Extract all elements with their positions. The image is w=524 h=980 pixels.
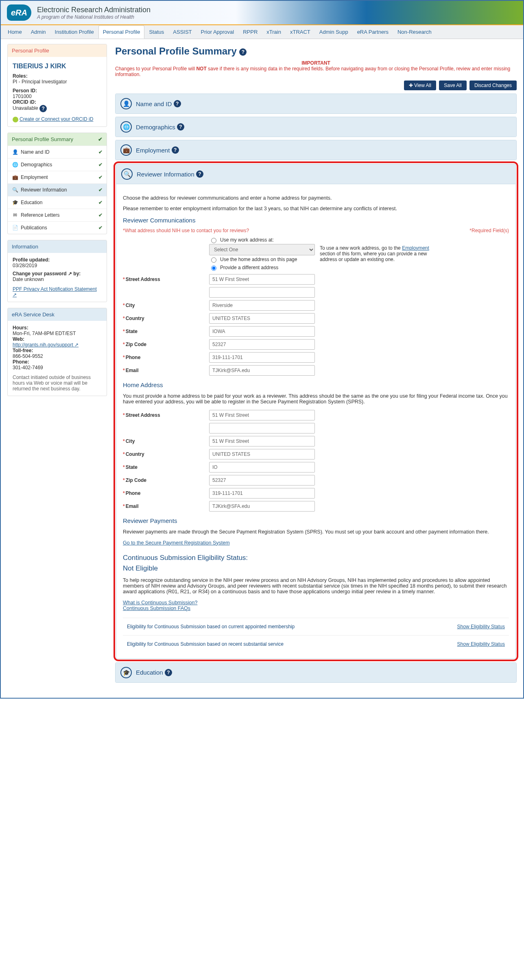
graduation-icon: 🎓	[12, 200, 18, 205]
nav-rppr[interactable]: RPPR	[238, 25, 262, 39]
change-password-value: Date unknown	[13, 277, 102, 282]
comm-question: *What address should NIH use to contact …	[123, 228, 509, 233]
accordion-name-id[interactable]: 👤Name and ID ?	[116, 94, 516, 113]
globe-icon: 🌐	[120, 121, 132, 133]
radio-different-address[interactable]: Provide a different address	[209, 264, 315, 272]
cs-what-link[interactable]: What is Continuous Submission?	[123, 600, 197, 605]
cs-title: Continuous Submission Eligibility Status…	[123, 554, 509, 562]
home-address-intro: You must provide a home address to be pa…	[123, 393, 509, 405]
reviewer-comm-title: Reviewer Communications	[123, 217, 509, 224]
nav-institution-profile[interactable]: Institution Profile	[50, 25, 98, 39]
comm-email-input[interactable]	[209, 365, 315, 376]
magnifier-icon: 🔍	[121, 168, 133, 180]
show-eligibility-link-2[interactable]: Show Eligibility Status	[457, 641, 505, 647]
nav-admin-supp[interactable]: Admin Supp	[315, 25, 353, 39]
help-icon[interactable]: ?	[174, 100, 181, 107]
help-icon[interactable]: ?	[172, 146, 179, 154]
eligibility-row-membership: Eligibility for Continuous Submission ba…	[123, 618, 509, 635]
important-label: IMPORTANT	[115, 60, 517, 66]
view-all-button[interactable]: ✚ View All	[404, 81, 436, 90]
support-link[interactable]: http://grants.nih.gov/support ↗	[13, 342, 79, 348]
nav-admin[interactable]: Admin	[26, 25, 50, 39]
comm-zip-input[interactable]	[209, 339, 315, 350]
nav-home[interactable]: Home	[3, 25, 26, 39]
work-address-select[interactable]: Select One	[209, 244, 315, 255]
sidebar-item-education[interactable]: 🎓Education✔	[8, 196, 107, 209]
cs-faq-link[interactable]: Continuous Submission FAQs	[123, 605, 190, 611]
person-icon: 👤	[12, 149, 18, 155]
web-label: Web:	[13, 336, 24, 342]
privacy-link[interactable]: PPF Privacy Act Notification Statement ↗	[13, 286, 97, 298]
briefcase-icon: 💼	[12, 174, 18, 180]
home-street-input[interactable]	[209, 410, 315, 420]
check-icon: ✔	[98, 174, 103, 180]
hours-label: Hours:	[13, 325, 28, 331]
accordion-education[interactable]: 🎓Education ?	[116, 663, 516, 682]
check-icon: ✔	[98, 149, 103, 155]
accordion-employment[interactable]: 💼Employment ?	[116, 140, 516, 160]
radio-work-address[interactable]: Use my work address at:	[209, 236, 315, 244]
radio-home-address[interactable]: Use the home address on this page	[209, 255, 315, 264]
roles-label: Roles:	[13, 73, 28, 79]
nav-status[interactable]: Status	[144, 25, 168, 39]
nav-era-partners[interactable]: eRA Partners	[353, 25, 393, 39]
banner: eRA Electronic Research Administration A…	[1, 1, 523, 25]
sidebar-item-reference-letters[interactable]: ✉Reference Letters✔	[8, 209, 107, 221]
show-eligibility-link-1[interactable]: Show Eligibility Status	[457, 624, 505, 629]
sidebar-item-reviewer[interactable]: 🔍Reviewer Information✔	[8, 183, 107, 196]
home-state-input[interactable]	[209, 462, 315, 473]
nav-prior-approval[interactable]: Prior Approval	[196, 25, 239, 39]
orcid-icon	[13, 117, 18, 122]
discard-changes-button[interactable]: Discard Changes	[469, 81, 517, 90]
save-all-button[interactable]: Save All	[439, 81, 466, 90]
profile-updated-label: Profile updated:	[13, 257, 50, 263]
nav-non-research[interactable]: Non-Research	[393, 25, 436, 39]
comm-country-input[interactable]	[209, 313, 315, 324]
comm-street2-input[interactable]	[209, 287, 315, 298]
comm-phone-input[interactable]	[209, 352, 315, 363]
comm-city-input[interactable]	[209, 300, 315, 311]
eligibility-row-service: Eligibility for Continuous Submission ba…	[123, 635, 509, 653]
employment-link[interactable]: Employment	[402, 245, 429, 251]
service-note: Contact initiated outside of business ho…	[13, 375, 102, 392]
reviewer-payments-intro: Reviewer payments are made through the S…	[123, 529, 509, 535]
phone-label: Phone:	[13, 359, 29, 365]
sidebar-item-publications[interactable]: 📄Publications✔	[8, 221, 107, 234]
help-icon[interactable]: ?	[39, 105, 47, 112]
cs-status: Not Eligible	[123, 564, 509, 573]
home-phone-input[interactable]	[209, 488, 315, 499]
comm-state-input[interactable]	[209, 326, 315, 337]
check-icon: ✔	[98, 187, 103, 193]
help-icon[interactable]: ?	[177, 123, 184, 131]
home-country-input[interactable]	[209, 449, 315, 460]
accordion-demographics[interactable]: 🌐Demographics ?	[116, 117, 516, 137]
roles-value: PI - Principal Investigator	[13, 79, 102, 85]
sidebar-item-demographics[interactable]: 🌐Demographics✔	[8, 158, 107, 171]
help-icon[interactable]: ?	[239, 48, 247, 56]
cs-paragraph: To help recognize outstanding service in…	[123, 577, 509, 595]
nav-personal-profile[interactable]: Personal Profile	[98, 25, 145, 39]
sprs-link[interactable]: Go to the Secure Payment Registration Sy…	[123, 540, 230, 546]
comm-street-input[interactable]	[209, 274, 315, 285]
home-zip-input[interactable]	[209, 475, 315, 486]
nav-assist[interactable]: ASSIST	[168, 25, 196, 39]
accordion-reviewer[interactable]: 🔍Reviewer Information ?	[116, 164, 515, 184]
change-password-label[interactable]: Change your password ↗ by:	[13, 271, 81, 277]
home-city-input[interactable]	[209, 436, 315, 446]
tollfree-value: 866-504-9552	[13, 353, 102, 359]
sidebar-item-employment[interactable]: 💼Employment✔	[8, 171, 107, 183]
home-street2-input[interactable]	[209, 423, 315, 433]
check-icon: ✔	[98, 136, 103, 142]
home-email-input[interactable]	[209, 501, 315, 512]
help-icon[interactable]: ?	[196, 170, 203, 178]
orcid-create-link[interactable]: Create or Connect your ORCID iD	[20, 116, 93, 122]
profile-updated-value: 03/28/2019	[13, 263, 102, 268]
sections-nav-header[interactable]: Personal Profile Summary✔	[8, 133, 107, 146]
globe-icon: 🌐	[12, 162, 18, 168]
nav-xtrain[interactable]: xTrain	[262, 25, 286, 39]
nav-xtract[interactable]: xTRACT	[286, 25, 315, 39]
help-icon[interactable]: ?	[165, 669, 172, 676]
reviewer-intro-1: Choose the address for reviewer commmuni…	[123, 195, 509, 201]
service-desk-header: eRA Service Desk	[8, 308, 107, 321]
sidebar-item-name-id[interactable]: 👤Name and ID✔	[8, 146, 107, 158]
